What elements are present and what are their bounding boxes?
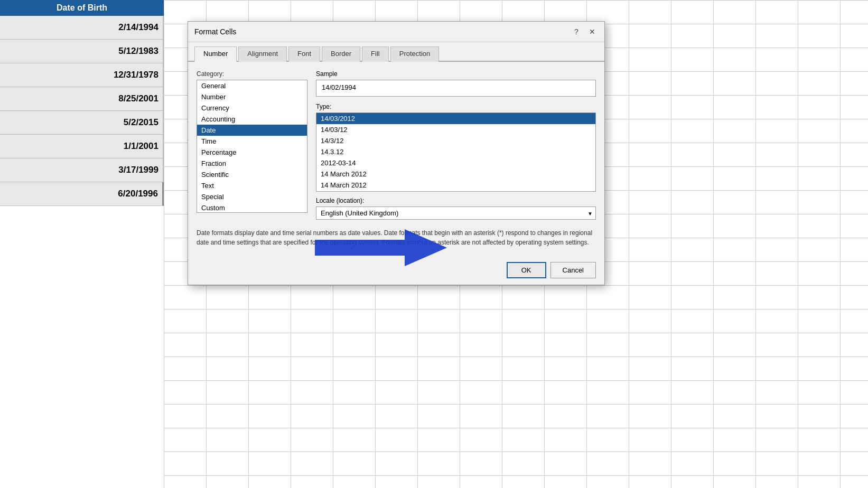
cell-row[interactable]: 5/2/2015 — [0, 111, 164, 135]
category-general[interactable]: General — [197, 80, 307, 91]
column-header: Date of Birth — [0, 0, 164, 16]
locale-label: Locale (location): — [316, 197, 596, 204]
category-list[interactable]: General Number Currency Accounting Date … — [197, 80, 307, 213]
category-percentage[interactable]: Percentage — [197, 147, 307, 158]
category-special[interactable]: Special — [197, 191, 307, 202]
sample-label: Sample — [316, 70, 596, 78]
help-button[interactable]: ? — [571, 26, 582, 37]
type-item-6[interactable]: 14 March 2012 — [316, 180, 595, 191]
ok-button[interactable]: OK — [507, 262, 546, 278]
category-accounting[interactable]: Accounting — [197, 114, 307, 125]
category-date[interactable]: Date — [197, 125, 307, 136]
category-text[interactable]: Text — [197, 180, 307, 191]
cell-row[interactable]: 3/17/1999 — [0, 158, 164, 182]
category-number[interactable]: Number — [197, 91, 307, 102]
category-label: Category: — [197, 70, 307, 78]
tab-border[interactable]: Border — [322, 46, 360, 62]
category-column: Category: General Number Currency Accoun… — [197, 70, 307, 220]
cell-row[interactable]: 6/20/1996 — [0, 182, 164, 206]
type-list[interactable]: 14/03/2012 14/03/12 14/3/12 14.3.12 2012… — [316, 112, 596, 192]
cell-row[interactable]: 2/14/1994 — [0, 16, 164, 40]
format-cells-dialog: Format Cells ? ✕ Number Alignment Font B… — [188, 21, 605, 285]
cell-row[interactable]: 1/1/2001 — [0, 135, 164, 158]
dialog-titlebar: Format Cells ? ✕ — [188, 22, 604, 42]
category-scientific[interactable]: Scientific — [197, 169, 307, 180]
tab-font[interactable]: Font — [288, 46, 320, 62]
right-column: Sample 14/02/1994 Type: 14/03/2012 14/03… — [316, 70, 596, 220]
category-time[interactable]: Time — [197, 136, 307, 147]
type-item-2[interactable]: 14/3/12 — [316, 135, 595, 146]
type-item-4[interactable]: 2012-03-14 — [316, 157, 595, 168]
locale-wrapper: English (United Kingdom) ▼ — [316, 207, 596, 220]
dialog-body: Category: General Number Currency Accoun… — [188, 62, 604, 256]
tab-number[interactable]: Number — [194, 46, 237, 62]
close-button[interactable]: ✕ — [586, 26, 598, 37]
locale-select[interactable]: English (United Kingdom) — [316, 207, 596, 220]
description-text: Date formats display date and time seria… — [197, 228, 596, 247]
type-item-1[interactable]: 14/03/12 — [316, 124, 595, 135]
type-item-3[interactable]: 14.3.12 — [316, 146, 595, 157]
tab-bar: Number Alignment Font Border Fill Protec… — [188, 42, 604, 62]
sample-box: 14/02/1994 — [316, 80, 596, 97]
type-item-5[interactable]: 14 March 2012 — [316, 168, 595, 180]
cancel-button[interactable]: Cancel — [550, 262, 596, 278]
category-custom[interactable]: Custom — [197, 202, 307, 213]
sample-section: Sample 14/02/1994 — [316, 70, 596, 97]
cell-row[interactable]: 12/31/1978 — [0, 63, 164, 87]
dialog-footer: OK Cancel — [188, 256, 604, 285]
cell-row[interactable]: 8/25/2001 — [0, 87, 164, 111]
tab-fill[interactable]: Fill — [362, 46, 389, 62]
dialog-controls: ? ✕ — [571, 26, 598, 37]
type-label: Type: — [316, 103, 596, 110]
dialog-title: Format Cells — [194, 27, 236, 36]
type-item-0[interactable]: 14/03/2012 — [316, 113, 595, 124]
tab-alignment[interactable]: Alignment — [238, 46, 287, 62]
cell-row[interactable]: 5/12/1983 — [0, 40, 164, 63]
category-fraction[interactable]: Fraction — [197, 158, 307, 169]
two-column-layout: Category: General Number Currency Accoun… — [197, 70, 596, 220]
tab-protection[interactable]: Protection — [390, 46, 440, 62]
category-currency[interactable]: Currency — [197, 102, 307, 114]
